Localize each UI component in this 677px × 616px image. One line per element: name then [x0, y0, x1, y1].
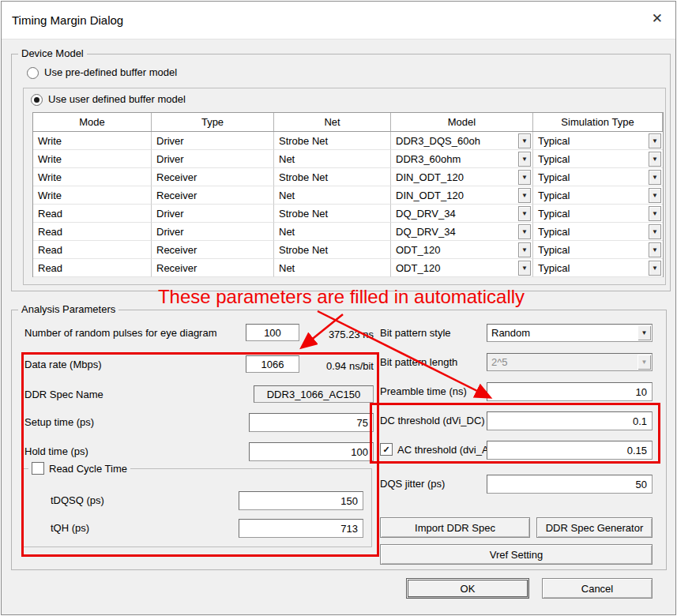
- user-defined-buffer-radio[interactable]: [31, 94, 43, 106]
- simulation-type-dropdown[interactable]: Typical ▼: [533, 223, 663, 241]
- chevron-down-icon[interactable]: ▼: [518, 261, 531, 276]
- chevron-down-icon[interactable]: ▼: [649, 206, 661, 221]
- mode-cell: Read: [33, 259, 152, 277]
- vref-setting-button[interactable]: Vref Setting: [380, 544, 653, 565]
- chevron-down-icon[interactable]: ▼: [649, 224, 661, 239]
- model-dropdown[interactable]: DDR3_60ohm ▼: [391, 150, 533, 168]
- close-icon[interactable]: ✕: [652, 11, 663, 27]
- dqs-jitter-label: DQS jitter (ps): [380, 478, 445, 490]
- bit-pattern-style-value: Random: [487, 325, 637, 341]
- dqs-jitter-value: 50: [636, 479, 647, 490]
- col-header-type: Type: [152, 113, 274, 131]
- pulses-input[interactable]: 100: [246, 324, 299, 341]
- sim-value: Typical: [538, 244, 570, 256]
- simulation-type-dropdown[interactable]: Typical ▼: [533, 205, 663, 223]
- chevron-down-icon[interactable]: ▼: [649, 152, 661, 167]
- import-ddr-spec-button[interactable]: Import DDR Spec: [380, 517, 530, 538]
- ac-threshold-checkbox[interactable]: ✓: [380, 443, 393, 456]
- model-dropdown[interactable]: ODT_120 ▼: [391, 241, 533, 259]
- pulses-value: 100: [264, 327, 281, 339]
- chevron-down-icon[interactable]: ▼: [638, 325, 651, 340]
- model-dropdown[interactable]: DQ_DRV_34 ▼: [391, 223, 533, 241]
- ac-threshold-label: AC threshold (dvi_AC): [397, 444, 499, 456]
- simulation-type-dropdown[interactable]: Typical ▼: [533, 150, 663, 168]
- chevron-down-icon: ▼: [638, 355, 651, 370]
- net-cell: Strobe Net: [274, 205, 391, 223]
- simulation-type-dropdown[interactable]: Typical ▼: [533, 186, 663, 205]
- tdqsq-label: tDQSQ (ps): [51, 494, 104, 506]
- chevron-down-icon[interactable]: ▼: [518, 170, 531, 185]
- setup-time-input[interactable]: 75: [249, 413, 374, 432]
- chevron-down-icon[interactable]: ▼: [649, 133, 661, 148]
- hold-time-value: 100: [351, 446, 368, 458]
- model-dropdown[interactable]: DQ_DRV_34 ▼: [391, 205, 533, 223]
- net-cell: Net: [274, 259, 391, 277]
- chevron-down-icon[interactable]: ▼: [518, 133, 531, 148]
- table-row: Read Driver Net DQ_DRV_34 ▼ Typical ▼: [33, 223, 663, 241]
- tqh-label: tQH (ps): [51, 522, 89, 534]
- user-defined-group: Use user defined buffer model Mode Type …: [23, 88, 666, 285]
- read-cycle-time-legend: Read Cycle Time: [28, 462, 130, 475]
- model-dropdown[interactable]: DDR3_DQS_60oh ▼: [391, 132, 533, 150]
- device-model-legend: Device Model: [18, 47, 87, 59]
- model-dropdown[interactable]: DIN_ODT_120 ▼: [391, 186, 533, 205]
- data-rate-label: Data rate (Mbps): [24, 359, 102, 370]
- chevron-down-icon[interactable]: ▼: [649, 242, 661, 257]
- simulation-type-dropdown[interactable]: Typical ▼: [533, 241, 663, 259]
- sim-value: Typical: [538, 190, 570, 201]
- table-row: Write Receiver Net DIN_ODT_120 ▼ Typical…: [33, 186, 663, 205]
- chevron-down-icon[interactable]: ▼: [518, 224, 531, 239]
- read-cycle-time-checkbox[interactable]: [32, 462, 44, 475]
- simulation-type-dropdown[interactable]: Typical ▼: [533, 132, 663, 150]
- model-value: DIN_ODT_120: [396, 190, 464, 201]
- model-value: DIN_ODT_120: [396, 171, 464, 183]
- data-rate-value: 1066: [261, 359, 284, 370]
- preamble-time-label: Preamble time (ns): [380, 385, 467, 397]
- model-dropdown[interactable]: ODT_120 ▼: [391, 259, 533, 277]
- type-cell: Driver: [152, 150, 274, 168]
- chevron-down-icon[interactable]: ▼: [518, 242, 531, 257]
- table-row: Write Receiver Strobe Net DIN_ODT_120 ▼ …: [33, 168, 663, 186]
- type-cell: Receiver: [152, 186, 274, 205]
- sim-value: Typical: [538, 208, 570, 220]
- predefined-buffer-radio[interactable]: [27, 67, 39, 79]
- data-rate-input[interactable]: 1066: [246, 355, 299, 373]
- preamble-time-input[interactable]: 10: [487, 382, 653, 401]
- mode-cell: Write: [33, 150, 152, 168]
- simulation-type-dropdown[interactable]: Typical ▼: [533, 168, 663, 186]
- ddr-spec-generator-button[interactable]: DDR Spec Generator: [536, 517, 653, 538]
- col-header-model: Model: [391, 113, 533, 131]
- analysis-parameters-legend: Analysis Parameters: [18, 303, 118, 315]
- chevron-down-icon[interactable]: ▼: [649, 261, 661, 276]
- read-cycle-time-label: Read Cycle Time: [49, 463, 127, 475]
- net-cell: Strobe Net: [274, 241, 391, 259]
- chevron-down-icon[interactable]: ▼: [518, 188, 531, 203]
- bit-pattern-length-value: 2^5: [487, 354, 637, 370]
- tdqsq-input[interactable]: 150: [239, 491, 363, 510]
- bit-pattern-style-dropdown[interactable]: Random ▼: [487, 324, 653, 342]
- ac-threshold-input[interactable]: 0.15: [487, 441, 653, 460]
- chevron-down-icon[interactable]: ▼: [649, 170, 661, 185]
- sim-value: Typical: [538, 226, 570, 238]
- predefined-buffer-label: Use pre-defined buffer model: [44, 66, 177, 78]
- ok-button[interactable]: OK: [406, 578, 529, 599]
- net-cell: Net: [274, 150, 391, 168]
- chevron-down-icon[interactable]: ▼: [518, 152, 531, 167]
- pulses-duration-text: 375.23 ns: [314, 329, 374, 340]
- cancel-button[interactable]: Cancel: [542, 578, 653, 599]
- dc-threshold-input[interactable]: 0.1: [487, 411, 653, 430]
- chevron-down-icon[interactable]: ▼: [649, 188, 661, 203]
- ddr-spec-name-value: DDR3_1066_AC150: [267, 389, 361, 400]
- sim-value: Typical: [538, 262, 570, 274]
- simulation-type-dropdown[interactable]: Typical ▼: [533, 259, 663, 277]
- hold-time-input[interactable]: 100: [249, 442, 374, 461]
- tqh-input[interactable]: 713: [239, 519, 363, 538]
- dqs-jitter-input[interactable]: 50: [487, 475, 653, 494]
- timing-margin-dialog: Timing Margin Dialog ✕ Device Model Use …: [1, 1, 676, 615]
- mode-cell: Write: [33, 132, 152, 150]
- net-cell: Net: [274, 186, 391, 205]
- dialog-title: Timing Margin Dialog: [12, 13, 123, 27]
- chevron-down-icon[interactable]: ▼: [518, 206, 531, 221]
- net-cell: Strobe Net: [274, 132, 391, 150]
- model-dropdown[interactable]: DIN_ODT_120 ▼: [391, 168, 533, 186]
